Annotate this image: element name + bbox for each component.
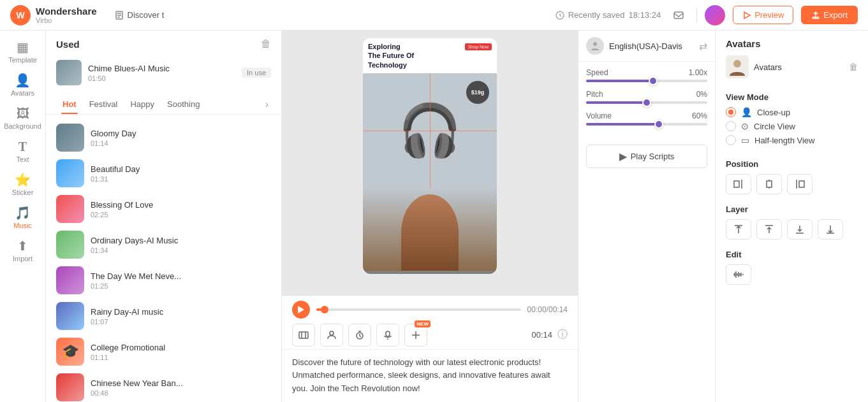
preview-icon: [742, 11, 751, 20]
play-button[interactable]: [292, 301, 310, 319]
track-info-6: Rainy Day-AI music 01:07: [91, 307, 271, 326]
pitch-thumb[interactable]: [642, 98, 651, 107]
position-center-btn[interactable]: [756, 174, 782, 194]
sidebar-item-background[interactable]: 🖼 Background: [0, 102, 45, 135]
view-circle-radio[interactable]: [726, 121, 736, 131]
category-more-arrow[interactable]: ›: [263, 96, 271, 113]
text-icon: T: [18, 140, 27, 153]
view-circle-row[interactable]: ⊙ Circle View: [726, 121, 858, 131]
used-track-thumb: [56, 60, 82, 85]
avatars-section: Avatars Avatars 🗑: [726, 38, 858, 82]
layer-bottom-btn[interactable]: [818, 219, 843, 240]
info-icon[interactable]: ⓘ: [557, 328, 568, 341]
track-thumb-8: [56, 373, 84, 401]
cat-tab-happy[interactable]: Happy: [124, 94, 161, 114]
used-title: Used: [56, 39, 80, 50]
pitch-fill: [586, 101, 647, 104]
track-thumb-4: [56, 231, 84, 259]
avatar-zone: [363, 188, 497, 271]
sidebar-item-music[interactable]: 🎵 Music: [0, 201, 45, 234]
avatar-item: Avatars 🗑: [726, 55, 858, 78]
preview-headline: ExploringThe Future OfTechnology: [368, 42, 465, 69]
script-text: Discover the future of technology with o…: [292, 356, 568, 396]
user-avatar[interactable]: [705, 5, 725, 25]
volume-label: Volume: [586, 111, 612, 120]
mic-icon: [383, 330, 393, 340]
speed-thumb[interactable]: [649, 76, 658, 85]
speed-label-row: Speed 1.00x: [586, 68, 707, 77]
view-halflength-row[interactable]: ▭ Half-length View: [726, 135, 858, 145]
inbox-icon: [673, 10, 684, 21]
list-item[interactable]: The Day We Met Neve... 01:25: [46, 262, 281, 298]
sidebar-item-sticker[interactable]: ⭐ Sticker: [0, 168, 45, 201]
volume-thumb[interactable]: [654, 120, 663, 129]
play-scripts-button[interactable]: ▶ Play Scripts: [586, 145, 707, 168]
speed-slider-row: Speed 1.00x: [586, 68, 707, 82]
app-name: Wondershare: [36, 6, 97, 17]
avatar-delete-icon[interactable]: 🗑: [849, 62, 858, 72]
preview-banner: ExploringThe Future OfTechnology Shop No…: [363, 38, 497, 73]
track-info-3: Blessing Of Love 02:25: [91, 200, 271, 219]
view-closeup-row[interactable]: 👤 Close-up: [726, 107, 858, 117]
timer-btn[interactable]: [348, 324, 371, 347]
list-item[interactable]: Rainy Day-AI music 01:07: [46, 298, 281, 334]
avatar-ctrl-btn[interactable]: [320, 324, 343, 347]
track-thumb-1: [56, 124, 84, 152]
view-halflength-radio[interactable]: [726, 135, 736, 145]
export-icon: [811, 11, 820, 20]
track-dur-7: 01:11: [91, 354, 271, 361]
position-right-btn[interactable]: [787, 174, 813, 194]
list-item[interactable]: Gloomy Day 01:14: [46, 120, 281, 155]
inbox-button[interactable]: [668, 5, 689, 25]
sidebar-item-avatars[interactable]: 👤 Avatars: [0, 69, 45, 102]
layer-down-btn[interactable]: [787, 219, 813, 240]
position-left-btn[interactable]: [726, 174, 751, 194]
used-track[interactable]: Chime Blues-AI Music 01:50 In use: [56, 56, 271, 89]
cat-tab-hot[interactable]: Hot: [56, 94, 83, 114]
edit-waveform-btn[interactable]: [726, 264, 751, 285]
track-info-2: Beautiful Day 01:31: [91, 164, 271, 183]
in-use-badge: In use: [242, 68, 271, 78]
svg-rect-23: [734, 181, 739, 187]
position-section: Position: [726, 159, 858, 194]
cat-tab-festival[interactable]: Festival: [83, 94, 124, 114]
sidebar-item-import[interactable]: ⬆ Import: [0, 234, 45, 268]
list-item[interactable]: Chinese New Year Ban... 00:48: [46, 370, 281, 402]
sidebar-item-template[interactable]: ▦ Template: [0, 36, 45, 69]
cat-tab-soothing[interactable]: Soothing: [161, 94, 206, 114]
app-logo[interactable]: W Wondershare Virbo: [10, 5, 97, 25]
voice-change-icon[interactable]: ⇄: [699, 40, 707, 52]
preview-button[interactable]: Preview: [733, 6, 793, 24]
shop-now-button[interactable]: Shop Now: [465, 43, 492, 50]
clock-icon: [555, 11, 564, 20]
volume-track[interactable]: [586, 123, 707, 126]
scene-btn[interactable]: [292, 324, 315, 347]
tts-panel: English(USA)-Davis ⇄ Speed 1.00x: [578, 31, 715, 402]
delete-used-icon[interactable]: 🗑: [261, 38, 271, 50]
player-section: 00:00/00:14 NEW: [282, 295, 578, 402]
circle-icon: ⊙: [741, 121, 749, 131]
list-item[interactable]: 🎓 College Promotional 01:11: [46, 334, 281, 370]
sticker-icon: ⭐: [15, 173, 31, 186]
position-title: Position: [726, 159, 858, 169]
doc-title[interactable]: Discover t: [115, 10, 165, 20]
category-tabs: Hot Festival Happy Soothing ›: [46, 94, 281, 115]
export-button[interactable]: Export: [801, 6, 858, 24]
sidebar-item-text[interactable]: T Text: [0, 135, 45, 168]
list-item[interactable]: Beautiful Day 01:31: [46, 155, 281, 191]
list-item[interactable]: Blessing Of Love 02:25: [46, 191, 281, 227]
play-scripts-label: Play Scripts: [631, 152, 675, 161]
background-icon: 🖼: [17, 107, 29, 120]
pitch-track[interactable]: [586, 101, 707, 104]
mic-btn[interactable]: [376, 324, 399, 347]
speed-track[interactable]: [586, 80, 707, 82]
layer-up-btn[interactable]: [756, 219, 782, 240]
list-item[interactable]: Ordinary Days-AI Music 01:34: [46, 227, 281, 262]
progress-track[interactable]: [316, 308, 521, 311]
play-scripts-icon: ▶: [619, 150, 627, 162]
special-btn[interactable]: NEW: [404, 324, 427, 347]
svg-marker-9: [298, 306, 304, 313]
view-closeup-radio[interactable]: [726, 107, 736, 117]
layer-top-btn[interactable]: [726, 219, 751, 240]
doc-title-text: Discover t: [128, 10, 165, 20]
